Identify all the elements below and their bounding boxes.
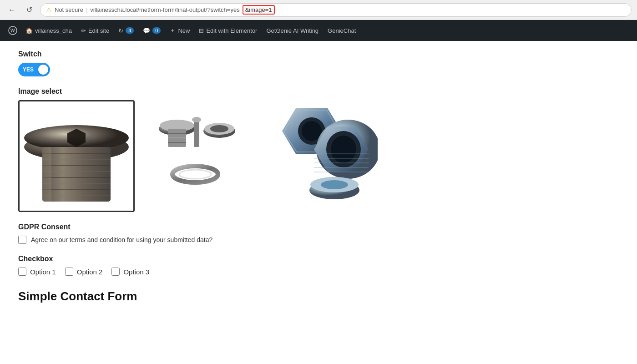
warning-icon: ⚠: [46, 6, 52, 14]
new-label: New: [178, 27, 190, 34]
image-select-label: Image select: [18, 87, 619, 96]
getgenie-label: GetGenie AI Writing: [266, 27, 318, 34]
gdpr-section: GDPR Consent Agree on our terms and cond…: [18, 223, 619, 244]
page-content: Switch YES Image select: [0, 41, 637, 313]
edit-icon: ✏: [81, 27, 86, 34]
checkbox-1-label: Option 1: [30, 268, 56, 276]
toggle-switch[interactable]: YES: [18, 63, 50, 76]
new-icon: ＋: [170, 26, 176, 35]
svg-point-35: [331, 136, 356, 163]
url-base: villainesscha.local/metform-form/final-o…: [90, 6, 239, 13]
checkbox-option-1[interactable]: Option 1: [18, 268, 56, 276]
updates-icon: ↻: [118, 27, 123, 34]
not-secure-text: Not secure: [55, 6, 83, 13]
gdpr-checkbox[interactable]: [18, 236, 26, 244]
admin-getgenie-item[interactable]: GetGenie AI Writing: [262, 20, 323, 41]
contact-form-heading: Simple Contact Form: [18, 289, 619, 303]
svg-rect-21: [194, 120, 199, 147]
wp-logo-icon: W: [8, 26, 17, 35]
checkbox-2-label: Option 2: [77, 268, 103, 276]
admin-edit-site-item[interactable]: ✏ Edit site: [76, 20, 114, 41]
elementor-icon: ⊟: [199, 27, 204, 34]
checkbox-section-label: Checkbox: [18, 255, 619, 263]
browser-chrome: ← ↺ ⚠ Not secure | villainesscha.local/m…: [0, 0, 637, 20]
checkbox-1[interactable]: [18, 268, 26, 276]
checkbox-3[interactable]: [111, 268, 120, 276]
toggle-yes-label: YES: [23, 66, 34, 73]
image-select-container: [18, 100, 619, 212]
admin-updates-item[interactable]: ↻ 4: [114, 20, 138, 41]
svg-text:W: W: [10, 28, 15, 33]
checkbox-options-row: Option 1 Option 2 Option 3: [18, 268, 619, 276]
geniechat-label: GenieChat: [328, 27, 356, 34]
gdpr-label: GDPR Consent: [18, 223, 619, 231]
admin-site-item[interactable]: 🏠 villainess_cha: [21, 20, 76, 41]
checkbox-section: Checkbox Option 1 Option 2 Option 3: [18, 255, 619, 276]
gdpr-checkbox-row: Agree on our terms and condition for usi…: [18, 236, 619, 244]
gdpr-checkbox-label[interactable]: Agree on our terms and condition for usi…: [31, 236, 212, 243]
elementor-label: Edit with Elementor: [206, 27, 257, 34]
checkbox-2[interactable]: [65, 268, 73, 276]
updates-badge: 4: [126, 27, 134, 34]
separator: |: [86, 6, 87, 13]
site-icon: 🏠: [25, 27, 33, 34]
switch-section: Switch YES: [18, 50, 619, 76]
wp-admin-bar: W 🏠 villainess_cha ✏ Edit site ↻ 4 💬 0 ＋…: [0, 20, 637, 41]
site-name-label: villainess_cha: [35, 27, 72, 34]
bolt-parts-svg: [152, 104, 238, 195]
admin-comments-item[interactable]: 💬 0: [138, 20, 165, 41]
back-button[interactable]: ←: [5, 4, 18, 16]
svg-rect-5: [42, 147, 111, 202]
checkbox-option-3[interactable]: Option 3: [111, 268, 149, 276]
large-bolt-svg: [259, 104, 378, 204]
toggle-knob: [38, 65, 48, 75]
image-option-3[interactable]: [256, 100, 381, 207]
checkbox-3-label: Option 3: [123, 268, 149, 276]
svg-point-22: [192, 117, 201, 122]
url-highlight: &image=1: [243, 5, 275, 15]
admin-elementor-item[interactable]: ⊟ Edit with Elementor: [194, 20, 262, 41]
bolt-1-svg: [20, 101, 133, 211]
reload-button[interactable]: ↺: [23, 4, 35, 16]
checkbox-option-2[interactable]: Option 2: [65, 268, 103, 276]
image-option-1[interactable]: [18, 100, 135, 212]
address-bar[interactable]: ⚠ Not secure | villainesscha.local/metfo…: [40, 3, 632, 17]
admin-new-item[interactable]: ＋ New: [165, 20, 194, 41]
svg-point-25: [210, 125, 228, 132]
svg-rect-14: [42, 147, 51, 202]
svg-point-43: [321, 180, 348, 189]
switch-label: Switch: [18, 50, 619, 58]
edit-site-label: Edit site: [88, 27, 109, 34]
image-select-section: Image select: [18, 87, 619, 212]
svg-point-27: [179, 170, 211, 179]
admin-geniechat-item[interactable]: GenieChat: [323, 20, 360, 41]
comments-icon: 💬: [143, 27, 150, 34]
image-option-2[interactable]: [148, 100, 242, 198]
toggle-container: YES: [18, 63, 619, 76]
comments-badge: 0: [152, 27, 161, 34]
wp-logo-item[interactable]: W: [5, 20, 21, 41]
